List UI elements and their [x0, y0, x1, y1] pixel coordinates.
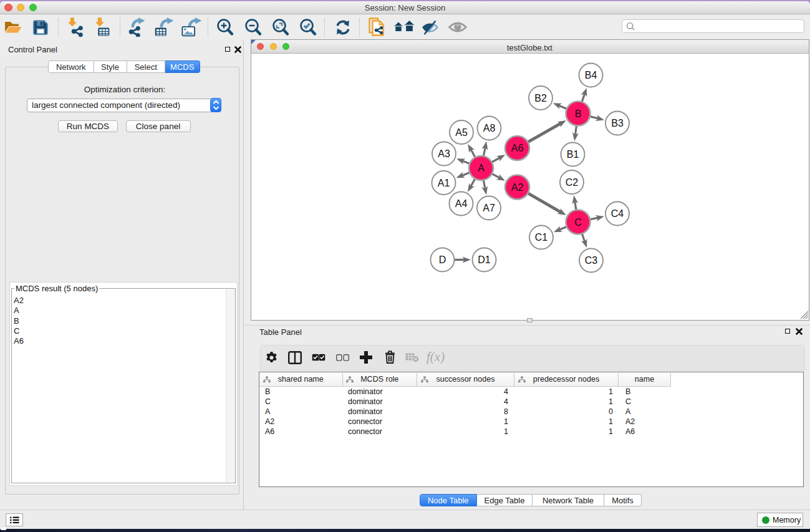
svg-text:B4: B4 [585, 70, 597, 80]
svg-text:B2: B2 [534, 93, 547, 104]
svg-text:B: B [575, 109, 582, 119]
svg-text:C4: C4 [611, 208, 624, 219]
svg-text:A7: A7 [483, 203, 495, 213]
svg-text:B3: B3 [611, 118, 624, 128]
svg-text:A: A [478, 163, 485, 173]
svg-text:B1: B1 [567, 149, 579, 160]
svg-text:A6: A6 [511, 143, 524, 153]
svg-text:A5: A5 [455, 127, 468, 138]
svg-text:A1: A1 [438, 178, 450, 188]
svg-text:C3: C3 [585, 255, 598, 266]
svg-text:C2: C2 [566, 177, 579, 188]
svg-text:A2: A2 [511, 182, 524, 193]
svg-text:A3: A3 [438, 148, 450, 159]
svg-text:C1: C1 [535, 232, 548, 243]
svg-text:A8: A8 [483, 123, 496, 133]
svg-text:C: C [574, 217, 582, 228]
svg-text:A4: A4 [455, 198, 468, 209]
svg-text:D: D [439, 254, 446, 265]
svg-text:D1: D1 [478, 254, 491, 265]
